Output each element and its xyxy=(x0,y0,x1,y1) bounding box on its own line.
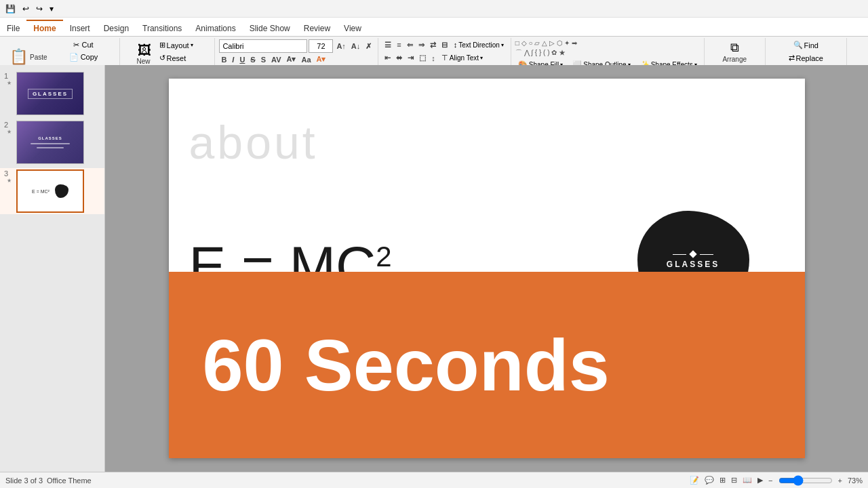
logo-line xyxy=(673,251,713,257)
increase-font-button[interactable]: A↑ xyxy=(334,41,347,51)
slide-number-3: 3 xyxy=(4,169,14,178)
slide-thumb-3[interactable]: E = MC² xyxy=(16,169,84,213)
view-slide-sorter-button[interactable]: ⊟ xyxy=(731,476,737,485)
sixty-seconds-text: 60 Seconds xyxy=(203,329,610,402)
theme-label: Office Theme xyxy=(47,476,92,485)
replace-button[interactable]: ⇄ Replace xyxy=(786,52,826,64)
numbering-button[interactable]: ≡ xyxy=(395,40,403,49)
undo-button[interactable]: ↩ xyxy=(20,3,32,15)
status-left: Slide 3 of 3 Office Theme xyxy=(5,476,92,485)
notes-button[interactable]: 📝 xyxy=(690,476,699,485)
slide-panel: 1 ★ GLASSES 2 ★ GLASSES xyxy=(0,65,105,472)
logo-dash-left xyxy=(673,254,686,255)
view-normal-button[interactable]: ⊞ xyxy=(719,476,726,485)
ribbon-tab-bar: File Home Insert Design Transitions Anim… xyxy=(0,18,868,37)
indent-increase-button[interactable]: ⇒ xyxy=(416,40,427,50)
slide-star-3: ★ xyxy=(7,178,12,184)
reset-icon: ↺ xyxy=(159,54,165,62)
tab-view[interactable]: View xyxy=(337,21,368,36)
reset-button[interactable]: ↺ Reset xyxy=(157,52,202,64)
indent-decrease-button[interactable]: ⇐ xyxy=(405,40,415,50)
align-left-button[interactable]: ⇤ xyxy=(382,53,393,63)
clear-format-button[interactable]: ✗ xyxy=(363,41,374,52)
zoom-slider[interactable] xyxy=(778,475,833,486)
strikethrough-button[interactable]: S xyxy=(248,55,257,64)
font-color-button[interactable]: A▾ xyxy=(285,54,298,64)
align-right-button[interactable]: ⇥ xyxy=(406,53,416,63)
slide-3-formula: E = MC² xyxy=(32,189,50,194)
zoom-in-button[interactable]: + xyxy=(838,476,842,485)
rtl-button[interactable]: ⇄ xyxy=(428,40,438,50)
slide-thumb-1[interactable]: GLASSES xyxy=(16,72,84,115)
spacing-button[interactable]: AV xyxy=(269,55,283,64)
font-size-input[interactable] xyxy=(309,39,333,53)
slide-item-2[interactable]: 2 ★ GLASSES xyxy=(0,119,104,165)
italic-button[interactable]: I xyxy=(230,55,236,64)
slide-star-1: ★ xyxy=(7,80,12,86)
text-direction-button[interactable]: ↕ Text Direction ▾ xyxy=(451,39,507,50)
align-text-button[interactable]: ⊤ Align Text ▾ xyxy=(439,52,486,64)
bold-button[interactable]: B xyxy=(219,55,229,64)
align-text-arrow-icon: ▾ xyxy=(480,55,483,61)
status-bar: Slide 3 of 3 Office Theme 📝 💬 ⊞ ⊟ 📖 ▶ − … xyxy=(0,472,868,488)
slide-item-3[interactable]: 3 ★ E = MC² xyxy=(0,168,104,214)
find-button[interactable]: 🔍 Find xyxy=(791,39,821,51)
tab-file[interactable]: File xyxy=(0,21,26,36)
slide-number-1: 1 xyxy=(4,72,14,80)
comments-button[interactable]: 💬 xyxy=(705,476,714,485)
tab-animations[interactable]: Animations xyxy=(189,21,242,36)
font-color2-button[interactable]: A▾ xyxy=(315,54,328,64)
tab-review[interactable]: Review xyxy=(297,21,337,36)
justify-button[interactable]: ⬚ xyxy=(417,53,428,63)
slide-star-2: ★ xyxy=(7,129,12,135)
arrange-button[interactable]: ⧉ Arrange xyxy=(719,39,749,64)
paste-button[interactable]: 📋 Paste xyxy=(7,48,50,66)
shadow-button[interactable]: S xyxy=(259,55,268,64)
main-area: 1 ★ GLASSES 2 ★ GLASSES xyxy=(0,65,868,472)
view-reading-button[interactable]: 📖 xyxy=(743,476,752,485)
zoom-level-label: 73% xyxy=(848,476,863,485)
align-text-icon: ⊤ xyxy=(441,54,448,62)
ribbon: 💾 ↩ ↪ ▾ File Home Insert Design Transiti… xyxy=(0,0,868,65)
tab-insert[interactable]: Insert xyxy=(63,21,97,36)
tab-home[interactable]: Home xyxy=(26,20,62,36)
redo-button[interactable]: ↪ xyxy=(33,3,45,15)
canvas-area: about E = MC2 GLASSES presentation 60 Se… xyxy=(105,65,868,472)
copy-button[interactable]: 📄 Copy xyxy=(52,52,116,63)
new-slide-icon: 🖼 xyxy=(138,43,151,57)
slide-2-decoration xyxy=(31,143,71,144)
line-spacing-button[interactable]: ↕ xyxy=(429,54,437,63)
text-direction-icon: ↕ xyxy=(454,41,458,49)
logo-diamond-icon xyxy=(689,250,696,258)
case-button[interactable]: Aa xyxy=(299,55,313,64)
slide-thumb-2[interactable]: GLASSES xyxy=(16,121,84,164)
layout-arrow-icon: ▾ xyxy=(191,42,193,48)
slide-count-label: Slide 3 of 3 xyxy=(5,476,43,485)
quick-access-toolbar: 💾 ↩ ↪ ▾ xyxy=(0,0,868,18)
tab-slideshow[interactable]: Slide Show xyxy=(243,21,297,36)
align-center-button[interactable]: ⬌ xyxy=(394,53,404,63)
zoom-out-button[interactable]: − xyxy=(768,476,772,485)
save-button[interactable]: 💾 xyxy=(3,3,18,15)
underline-button[interactable]: U xyxy=(237,55,247,64)
tab-transitions[interactable]: Transitions xyxy=(136,21,189,36)
slide-item-1[interactable]: 1 ★ GLASSES xyxy=(0,70,104,117)
view-slideshow-button[interactable]: ▶ xyxy=(757,476,763,485)
bullets-button[interactable]: ☰ xyxy=(382,40,393,50)
find-icon: 🔍 xyxy=(793,41,803,49)
decrease-font-button[interactable]: A↓ xyxy=(349,41,362,51)
about-text: about xyxy=(189,116,318,169)
tab-design[interactable]: Design xyxy=(97,21,136,36)
layout-button[interactable]: ⊞ Layout ▾ xyxy=(157,39,202,51)
font-name-input[interactable] xyxy=(219,39,307,53)
columns-button[interactable]: ⊟ xyxy=(439,40,450,50)
slide-2-decoration2 xyxy=(37,147,63,148)
text-direction-arrow-icon: ▾ xyxy=(501,42,504,48)
cut-button[interactable]: ✂ Cut xyxy=(52,39,116,51)
slide-canvas[interactable]: about E = MC2 GLASSES presentation 60 Se… xyxy=(169,79,805,458)
customize-button[interactable]: ▾ xyxy=(47,3,56,15)
logo-glasses-text: GLASSES xyxy=(667,260,719,269)
paste-icon: 📋 xyxy=(9,49,28,64)
formula-superscript: 2 xyxy=(376,241,391,272)
replace-icon: ⇄ xyxy=(789,54,795,62)
